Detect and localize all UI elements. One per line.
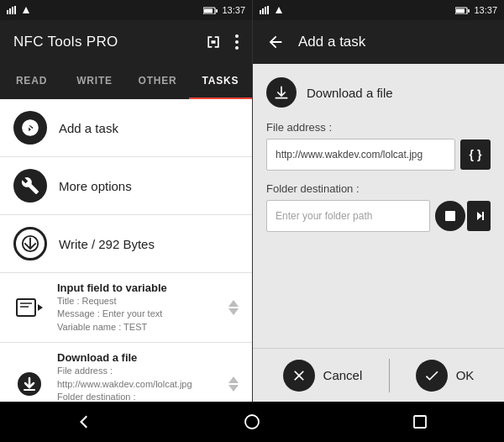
ok-icon-circle [416,360,448,392]
more-options-icon [13,169,47,203]
right-content: Download a file File address : { } Folde… [253,64,504,348]
svg-marker-4 [23,7,29,13]
file-address-input[interactable] [266,139,455,171]
file-address-section: File address : { } [266,121,491,171]
tab-read[interactable]: READ [0,64,63,99]
add-task-icon [13,111,47,145]
download-arrows[interactable] [228,376,239,392]
svg-point-9 [235,40,239,44]
folder-dest-label: Folder destination : [266,182,491,195]
action-divider [389,359,390,392]
download-file-item[interactable]: Download a file File address : http://ww… [0,343,252,402]
bottom-nav [0,402,504,442]
tab-tasks[interactable]: TASKS [189,64,252,99]
svg-rect-23 [267,6,269,14]
app-title: NFC Tools PRO [13,34,118,50]
right-status-left [260,6,283,14]
braces-button[interactable]: { } [460,139,491,170]
ok-action[interactable]: OK [416,360,475,392]
download-file-subtitle: File address : http://www.wakdev.com/lol… [57,365,217,402]
svg-point-8 [235,34,239,38]
svg-rect-20 [260,10,261,14]
svg-rect-0 [7,10,8,14]
right-app-title: Add a task [298,34,365,50]
input-field-icon [13,292,45,324]
folder-dest-row [266,200,491,232]
app-bar-icons [205,34,239,50]
write-bytes-item[interactable]: Write / 292 Bytes [0,215,252,273]
nav-home-button[interactable] [227,402,277,442]
download-up-arrow[interactable] [228,376,239,383]
nav-recents-button[interactable] [395,402,445,442]
file-address-label: File address : [266,121,491,134]
input-field-title: Input field to variable [57,282,217,294]
svg-rect-7 [204,9,213,13]
dialog-actions: Cancel OK [253,348,504,402]
right-panel: 13:37 Add a task Download a file [252,0,504,402]
left-time: 13:37 [222,5,245,15]
tab-bar: READ WRITE OTHER TASKS [0,64,252,99]
right-time: 13:37 [474,5,497,15]
input-down-arrow[interactable] [228,308,239,315]
back-button[interactable] [266,33,285,51]
download-header-title: Download a file [307,86,393,100]
tab-write[interactable]: WRITE [63,64,126,99]
input-field-content: Input field to variable Title : RequestM… [57,282,217,334]
file-address-row: { } [266,139,491,171]
svg-marker-16 [38,304,43,311]
download-file-title: Download a file [57,351,217,364]
left-app-bar: NFC Tools PRO [0,20,252,64]
list-area: Add a task More options [0,99,252,402]
svg-rect-6 [216,9,218,13]
cancel-label: Cancel [323,368,363,382]
svg-point-30 [245,415,259,429]
download-header-icon [266,77,297,108]
folder-destination-section: Folder destination : [266,182,491,232]
input-field-item[interactable]: Input field to variable Title : RequestM… [0,273,252,343]
folder-path-input[interactable] [266,200,430,232]
write-bytes-icon [13,227,47,260]
svg-rect-13 [17,299,35,316]
tab-other[interactable]: OTHER [126,64,189,99]
more-vert-icon[interactable] [235,34,239,50]
nav-back-button[interactable] [59,402,109,442]
input-up-arrow[interactable] [228,300,239,307]
cancel-icon-circle [283,360,315,392]
add-task-label: Add a task [59,121,118,135]
input-field-subtitle: Title : RequestMessage : Enter your text… [57,295,217,334]
download-section-header: Download a file [266,77,491,108]
svg-rect-31 [414,416,426,428]
folder-forward-button[interactable] [467,201,491,231]
cancel-action[interactable]: Cancel [283,360,363,392]
download-file-icon [13,368,45,400]
nfc-icon [205,34,222,50]
folder-stop-button[interactable] [435,201,465,231]
svg-rect-3 [14,6,16,14]
svg-rect-2 [12,7,13,14]
ok-label: OK [456,368,475,382]
svg-rect-28 [445,211,455,221]
status-right: 13:37 [203,5,245,15]
add-task-item[interactable]: Add a task [0,99,252,157]
input-field-arrows[interactable] [228,300,239,315]
svg-rect-26 [468,9,470,13]
left-status-bar: 13:37 [0,0,252,20]
more-options-label: More options [59,179,132,193]
right-status-bar: 13:37 [253,0,504,20]
download-down-arrow[interactable] [228,385,239,392]
folder-btn-group [435,201,491,231]
svg-point-10 [235,46,239,50]
svg-rect-27 [456,9,465,13]
spacer [266,244,491,334]
svg-rect-1 [9,8,11,14]
svg-rect-21 [262,8,264,14]
status-left [7,6,30,14]
download-file-content: Download a file File address : http://ww… [57,351,217,402]
left-panel: 13:37 NFC Tools PRO READ WRITE OTHER TAS… [0,0,252,402]
svg-rect-22 [265,7,266,14]
more-options-item[interactable]: More options [0,157,252,215]
svg-marker-24 [276,7,282,13]
right-status-right: 13:37 [455,5,497,15]
right-app-bar: Add a task [253,20,504,64]
write-bytes-label: Write / 292 Bytes [59,237,155,251]
